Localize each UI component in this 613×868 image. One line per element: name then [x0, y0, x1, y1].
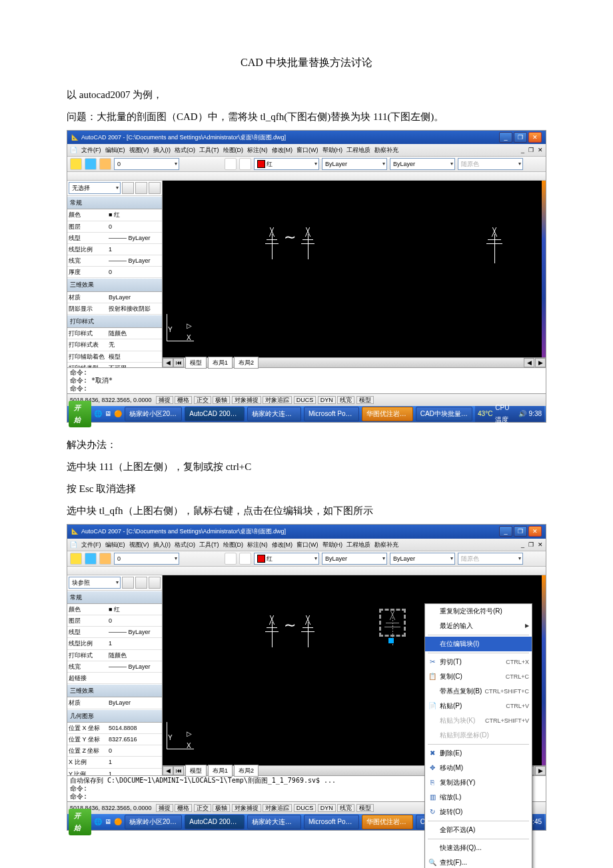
menu-file[interactable]: 文件(F) [81, 539, 101, 550]
status-toggle[interactable]: 线宽 [337, 396, 354, 404]
prop-row[interactable]: 超链接 [67, 673, 162, 684]
prop-row[interactable]: 材质ByLayer [67, 292, 162, 303]
quicklaunch-app-icon[interactable]: 🟠 [114, 408, 122, 420]
prop-row[interactable]: 打印样式随颜色 [67, 650, 162, 661]
prop-value[interactable]: ——— ByLayer [107, 661, 162, 672]
menu-format[interactable]: 格式(O) [175, 539, 195, 550]
ctx-item[interactable]: ↻旋转(O) [425, 805, 532, 819]
prop-row[interactable]: 打印样式随颜色 [67, 328, 162, 339]
status-toggle[interactable]: 线宽 [337, 804, 354, 812]
quicklaunch-app-icon[interactable]: 🟠 [114, 816, 122, 828]
menu-insert[interactable]: 插入(I) [153, 539, 171, 550]
task-3[interactable]: 杨家岭大连冈w... [247, 407, 301, 421]
ctx-item[interactable]: ✂剪切(T)CTRL+X [425, 655, 532, 669]
status-toggle[interactable]: 栅格 [175, 396, 192, 404]
selection-combo[interactable]: 无选择 [69, 182, 121, 194]
tab-first-icon[interactable]: ⏮ [173, 358, 184, 367]
palette-btn-1[interactable] [122, 182, 134, 194]
ctx-item[interactable]: 带基点复制(B)CTRL+SHIFT+C [425, 684, 532, 699]
prop-value[interactable]: ■ 红 [107, 604, 162, 615]
prop-row[interactable]: 颜色■ 红 [67, 209, 162, 221]
task-autocad[interactable]: AutoCAD 2007 - ... [185, 407, 244, 421]
task-6[interactable]: CAD中块批量替... [416, 407, 472, 421]
menu-help[interactable]: 帮助(H) [322, 145, 343, 155]
tab-layout2[interactable]: 布局2 [234, 357, 259, 369]
command-line[interactable]: 命令: 命令: *取消* 命令: [67, 367, 546, 393]
scroll-left-icon[interactable]: ◀ [524, 358, 534, 367]
ctx-item[interactable]: 全部不选(A) [425, 823, 532, 837]
status-toggle[interactable]: 对象追踪 [263, 804, 292, 812]
prop-value[interactable]: ByLayer [107, 292, 162, 303]
lineweight-combo[interactable]: ByLayer [390, 553, 455, 565]
prop-value[interactable]: ■ 红 [107, 209, 162, 220]
menu-view[interactable]: 视图(V) [129, 539, 149, 550]
tb-paint-icon[interactable] [239, 158, 251, 170]
section-general[interactable]: 常规 [67, 196, 162, 209]
tb-freeze-icon[interactable] [85, 158, 97, 170]
prop-value[interactable]: 随颜色 [107, 328, 162, 339]
status-toggle[interactable]: 对象捕捉 [232, 804, 261, 812]
task-autocad[interactable]: AutoCAD 2007 - ... [185, 815, 244, 829]
prop-row[interactable]: 颜色■ 红 [67, 604, 162, 615]
doc-min-icon[interactable]: _ [521, 145, 524, 155]
task-4[interactable]: Microsoft Powe... [304, 407, 359, 421]
scroll-edge[interactable] [542, 181, 546, 357]
menu-draw[interactable]: 绘图(D) [223, 145, 244, 155]
menu-survey[interactable]: 勘察补充 [374, 539, 398, 550]
tb-lock-icon[interactable] [99, 158, 111, 170]
section-3d[interactable]: 三维效果 [67, 684, 162, 697]
palette-btn-2[interactable] [135, 577, 147, 589]
prop-value[interactable]: 不可用 [107, 363, 162, 367]
grip-handle[interactable] [388, 638, 394, 643]
menu-edit[interactable]: 编辑(E) [105, 539, 125, 550]
status-toggle[interactable]: 正交 [194, 396, 211, 404]
task-5[interactable]: 华图优注岩专业 [362, 407, 413, 421]
prop-row[interactable]: 线型——— ByLayer [67, 233, 162, 244]
menu-file[interactable]: 文件(F) [81, 145, 101, 155]
prop-row[interactable]: Y 比例1 [67, 769, 162, 775]
layer-combo[interactable]: 0 [114, 158, 179, 170]
color-combo[interactable]: 红 [254, 553, 319, 565]
doc-min-icon[interactable]: _ [521, 539, 524, 550]
prop-row[interactable]: 图层0 [67, 615, 162, 627]
quicklaunch-desktop-icon[interactable]: 🖥 [105, 408, 111, 420]
doc-close-icon[interactable]: ✕ [538, 145, 543, 155]
status-toggle[interactable]: DYN [318, 396, 336, 404]
prop-value[interactable]: ——— ByLayer [107, 255, 162, 266]
plotstyle-combo[interactable]: 随原色 [458, 158, 523, 170]
palette-btn-1[interactable] [122, 577, 134, 589]
menu-dim[interactable]: 标注(N) [247, 539, 268, 550]
drawing-area[interactable]: ∼ Y ▷ X ◀ ⏮ 模型 布局1 布局2 [163, 181, 546, 367]
prop-row[interactable]: 打印样式表无 [67, 339, 162, 351]
ctx-item[interactable]: 快速选择(Q)... [425, 841, 532, 855]
block-111[interactable]: ∼ [263, 227, 317, 247]
scroll-right-icon[interactable]: ▶ [535, 358, 546, 367]
palette-btn-2[interactable] [135, 182, 147, 194]
ctx-item[interactable]: 🔍查找(F)... [425, 855, 532, 868]
quicklaunch-desktop-icon[interactable]: 🖥 [105, 816, 111, 828]
prop-value[interactable]: 5014.8808 [107, 723, 162, 733]
task-5[interactable]: 华图优注岩专业 [362, 815, 413, 829]
menu-draw[interactable]: 绘图(D) [223, 539, 244, 550]
menu-tools[interactable]: 工具(T) [199, 145, 219, 155]
status-toggle[interactable]: 模型 [356, 396, 374, 404]
ctx-item[interactable]: 📋复制(C)CTRL+C [425, 669, 532, 684]
status-toggle[interactable]: DUCS [294, 804, 316, 812]
prop-value[interactable]: 模型 [107, 351, 162, 362]
task-3[interactable]: 杨家岭大连冈w... [247, 815, 301, 829]
tb-color-icon[interactable] [225, 553, 237, 565]
prop-value[interactable]: ——— ByLayer [107, 627, 162, 637]
status-toggle[interactable]: 捕捉 [156, 804, 173, 812]
tb-color-icon[interactable] [225, 158, 237, 170]
ctx-item[interactable]: ⎘复制选择(Y) [425, 775, 532, 790]
prop-value[interactable]: 随颜色 [107, 650, 162, 661]
selection-combo[interactable]: 块参照 [69, 577, 121, 589]
prop-row[interactable]: 线宽——— ByLayer [67, 255, 162, 267]
section-geom[interactable]: 几何图形 [67, 709, 162, 723]
status-toggle[interactable]: 对象追踪 [263, 396, 292, 404]
prop-value[interactable]: ——— ByLayer [107, 233, 162, 243]
prop-row[interactable]: 线宽——— ByLayer [67, 661, 162, 673]
close-button[interactable]: ✕ [528, 526, 542, 537]
doc-max-icon[interactable]: ❐ [528, 539, 534, 550]
status-toggle[interactable]: 模型 [356, 804, 374, 812]
